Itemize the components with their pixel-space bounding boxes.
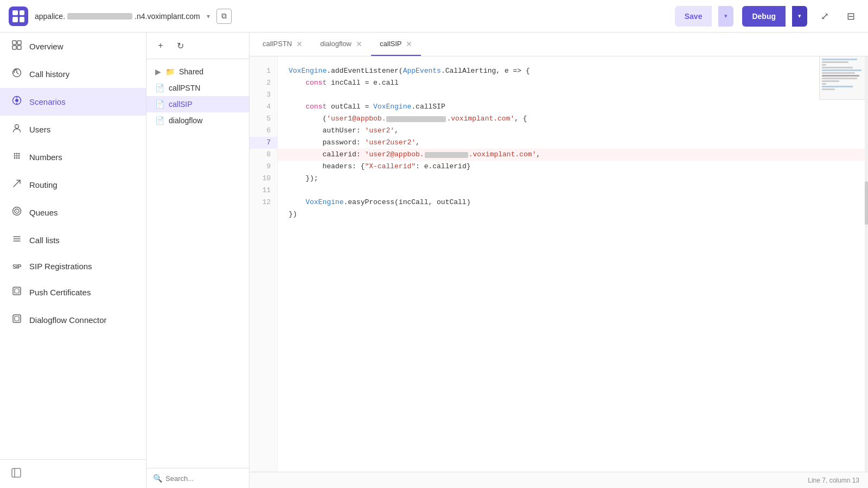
sidebar-item-push-certificates[interactable]: Push Certificates [0,278,146,306]
sidebar-item-call-history[interactable]: Call history [0,60,146,88]
code-line-10: }); [289,173,857,185]
file-item-callSIP[interactable]: 📄 callSIP [146,96,249,112]
search-input[interactable] [165,474,242,483]
sidebar-item-routing[interactable]: Routing [0,171,146,199]
refresh-button[interactable]: ↻ [173,38,188,53]
code-line-13: }) [289,208,857,220]
sidebar-item-label: Routing [29,180,58,189]
editor-statusbar: Line 7, column 13 [250,472,868,488]
split-icon[interactable]: ⊟ [842,8,859,25]
file-name: callSIP [169,100,193,109]
call-lists-icon [11,234,23,246]
scenarios-icon [11,96,23,108]
cursor-position: Line 7, column 13 [808,477,859,484]
url-blur [67,13,132,20]
sidebar-item-label: Scenarios [29,97,66,106]
debug-dropdown-button[interactable]: ▾ [792,6,807,27]
scrollbar-thumb[interactable] [865,181,868,225]
sidebar-item-label: Queues [29,208,58,217]
line-numbers: 1 2 3 4 5 6 7 8 9 10 11 12 [250,56,278,472]
svg-point-16 [18,155,20,157]
users-icon [11,123,23,136]
code-line-5: ('user1@appbob..voximplant.com', { [289,113,857,125]
routing-icon [11,179,23,191]
code-editor[interactable]: 1 2 3 4 5 6 7 8 9 10 11 12 VoxEngine.add… [250,56,868,472]
file-item-callPSTN[interactable]: 📄 callPSTN [146,80,249,96]
sidebar-item-queues[interactable]: Queues [0,199,146,226]
code-line-7: password: 'user2user2', [289,137,857,149]
save-dropdown-button[interactable]: ▾ [718,6,733,27]
svg-point-12 [16,153,18,155]
sidebar-item-label: Users [29,125,50,134]
svg-point-6 [15,99,18,102]
url-chevron[interactable]: ▾ [207,12,210,20]
main-content: Overview Call history Scenarios Users [0,33,868,488]
svg-point-11 [14,153,16,155]
sidebar-toggle-button[interactable] [0,459,146,488]
svg-point-22 [16,211,17,212]
sidebar-item-sip-registrations[interactable]: SIP SIP Registrations [0,254,146,278]
tab-callSIP[interactable]: callSIP ✕ [371,33,421,56]
sidebar-item-label: Dialogflow Connector [29,315,107,325]
file-icon-folder: 📁 [165,67,175,76]
code-content[interactable]: VoxEngine.addEventListener(AppEvents.Cal… [278,56,868,472]
sidebar-item-overview[interactable]: Overview [0,33,146,60]
svg-point-19 [18,157,20,159]
editor-tabs: callPSTN ✕ dialogflow ✕ callSIP ✕ [250,33,868,56]
sidebar-item-label: Call lists [29,236,60,245]
close-tab-dialogflow[interactable]: ✕ [356,40,362,48]
file-name: callPSTN [169,84,200,92]
file-panel: + ↻ ▶ 📁 Shared 📄 callPSTN 📄 callSIP 📄 di… [146,33,250,488]
queues-icon [11,206,23,219]
svg-rect-3 [17,46,21,49]
debug-button[interactable]: Debug [742,6,786,27]
editor-area: callPSTN ✕ dialogflow ✕ callSIP ✕ [250,33,868,488]
code-line-2: const incCall = e.call [289,77,857,89]
code-line-4: const outCall = VoxEngine.callSIP [289,101,857,113]
add-file-button[interactable]: + [153,38,168,53]
tab-label: callPSTN [263,40,292,48]
scrollbar[interactable] [865,56,868,472]
overview-icon [11,40,23,53]
file-panel-search: 🔍 [146,468,249,488]
svg-rect-0 [12,41,16,45]
svg-rect-28 [13,315,21,322]
search-icon: 🔍 [153,474,162,483]
sidebar-item-label: Overview [29,42,63,51]
svg-rect-27 [15,289,19,293]
close-tab-callSIP[interactable]: ✕ [406,40,412,48]
svg-point-17 [14,157,16,159]
sidebar: Overview Call history Scenarios Users [0,33,146,488]
svg-point-15 [16,155,18,157]
svg-point-10 [15,125,19,129]
shared-folder[interactable]: ▶ 📁 Shared [146,64,249,80]
sidebar-item-numbers[interactable]: Numbers [0,143,146,171]
svg-rect-30 [12,468,21,477]
code-line-9: headers: {"X-callerid": e.callerid} [289,161,857,173]
numbers-icon [11,151,23,163]
sidebar-item-call-lists[interactable]: Call lists [0,226,146,254]
folder-arrow-icon: ▶ [155,67,161,76]
tab-label: callSIP [380,40,401,48]
save-button[interactable]: Save [675,6,712,27]
file-item-dialogflow[interactable]: 📄 dialogflow [146,112,249,129]
dialogflow-connector-icon [11,314,23,326]
sidebar-item-label: SIP Registrations [29,262,92,271]
app-url: appalice. .n4.voximplant.com [35,12,200,21]
app-grid-icon[interactable] [9,7,28,26]
sidebar-item-users[interactable]: Users [0,116,146,143]
close-tab-callPSTN[interactable]: ✕ [296,40,303,48]
tab-label: dialogflow [320,40,352,48]
copy-url-button[interactable]: ⧉ [216,9,232,24]
sidebar-item-label: Numbers [29,153,62,162]
expand-icon[interactable]: ⤢ [816,8,833,25]
call-history-icon [11,68,23,80]
sidebar-item-scenarios[interactable]: Scenarios [0,88,146,116]
tab-callPSTN[interactable]: callPSTN ✕ [254,33,311,56]
sip-icon: SIP [11,263,23,270]
file-icon: 📄 [155,100,164,109]
push-icon [11,286,23,299]
tab-dialogflow[interactable]: dialogflow ✕ [311,33,371,56]
sidebar-item-dialogflow-connector[interactable]: Dialogflow Connector [0,306,146,334]
code-line-12: VoxEngine.easyProcess(incCall, outCall) [289,197,857,208]
